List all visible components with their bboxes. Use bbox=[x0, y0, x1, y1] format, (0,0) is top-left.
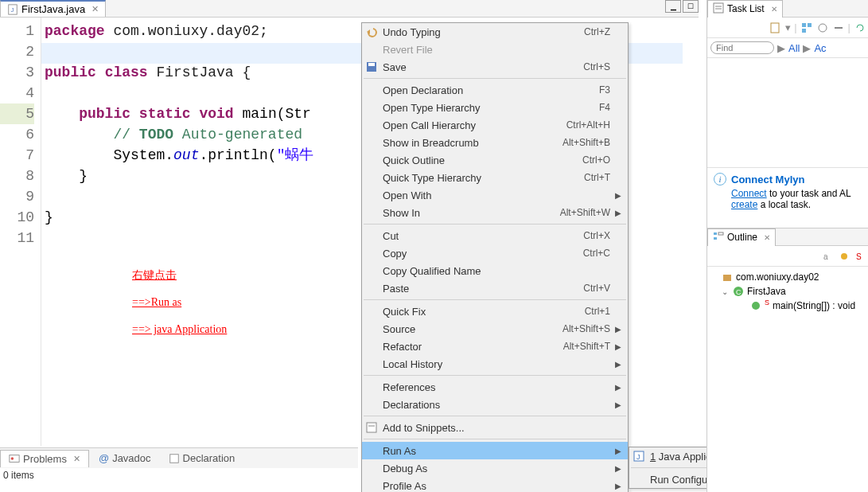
package-icon bbox=[722, 271, 733, 283]
tab-label: FirstJava.java bbox=[21, 3, 85, 15]
editor-window-controls: ▁ ☐ bbox=[665, 0, 699, 13]
menu-separator bbox=[364, 416, 626, 416]
svg-point-19 bbox=[819, 24, 827, 32]
menu-open-type-hierarchy[interactable]: Open Type HierarchyF4 bbox=[362, 99, 628, 116]
menu-paste[interactable]: PasteCtrl+V bbox=[362, 279, 628, 297]
tab-firstjava[interactable]: J FirstJava.java ✕ bbox=[0, 0, 106, 17]
chevron-right-icon: ▶ bbox=[615, 325, 623, 334]
tab-javadoc[interactable]: @ Javadoc bbox=[91, 450, 159, 467]
menu-debug-as[interactable]: Debug As▶ bbox=[362, 459, 628, 477]
svg-point-3 bbox=[11, 457, 14, 460]
chevron-right-icon: ▶ bbox=[615, 342, 623, 351]
menu-quick-type-hierarchy[interactable]: Quick Type HierarchyCtrl+T bbox=[362, 169, 628, 186]
outline-tree: com.woniuxy.day02 ⌄ C FirstJava S main(S… bbox=[707, 267, 868, 316]
svg-text:J: J bbox=[636, 453, 640, 461]
menu-separator bbox=[364, 78, 626, 79]
menu-declarations[interactable]: Declarations▶ bbox=[362, 396, 628, 413]
menu-copy-qualified-name[interactable]: Copy Qualified Name bbox=[362, 262, 628, 279]
tab-problems[interactable]: Problems ✕ bbox=[0, 450, 89, 467]
minimize-button[interactable]: ▁ bbox=[665, 0, 681, 13]
menu-run-as[interactable]: Run As▶ bbox=[362, 442, 628, 459]
sort-icon[interactable]: a bbox=[822, 250, 835, 263]
find-input[interactable] bbox=[710, 41, 774, 54]
svg-text:J: J bbox=[10, 6, 14, 13]
menu-add-to-snippets-[interactable]: Add to Snippets... bbox=[362, 419, 628, 436]
menu-cut[interactable]: CutCtrl+X bbox=[362, 227, 628, 244]
menu-save[interactable]: SaveCtrl+S bbox=[362, 58, 628, 76]
context-menu: Undo TypingCtrl+ZRevert FileSaveCtrl+SOp… bbox=[361, 22, 629, 492]
menu-open-with[interactable]: Open With▶ bbox=[362, 186, 628, 204]
method-public-icon bbox=[750, 300, 761, 311]
undo-icon bbox=[365, 25, 378, 38]
menu-refactor[interactable]: RefactorAlt+Shift+T▶ bbox=[362, 338, 628, 355]
collapse-icon[interactable] bbox=[832, 21, 845, 34]
right-panel: Task List ✕ ▾ | | ▶ All ▶ Ac i Connect M… bbox=[706, 0, 868, 492]
svg-rect-21 bbox=[714, 232, 717, 235]
outline-icon bbox=[713, 231, 724, 244]
svg-rect-22 bbox=[718, 232, 723, 235]
maximize-button[interactable]: ☐ bbox=[683, 0, 699, 13]
menu-separator bbox=[364, 375, 626, 376]
focus-icon[interactable] bbox=[816, 21, 829, 34]
tree-class[interactable]: ⌄ C FirstJava bbox=[712, 284, 863, 299]
close-icon[interactable]: ✕ bbox=[91, 4, 99, 14]
menu-show-in-breadcrumb[interactable]: Show in BreadcrumbAlt+Shift+B bbox=[362, 134, 628, 151]
link-activate[interactable]: Ac bbox=[814, 42, 826, 54]
svg-rect-27 bbox=[723, 275, 731, 281]
link-connect[interactable]: Connect bbox=[731, 188, 767, 199]
svg-rect-15 bbox=[771, 23, 779, 33]
hide-static-icon[interactable]: S bbox=[854, 250, 866, 263]
menu-show-in[interactable]: Show InAlt+Shift+W▶ bbox=[362, 204, 628, 221]
sync-icon[interactable] bbox=[854, 21, 866, 34]
menu-separator bbox=[364, 439, 626, 439]
close-icon[interactable]: ✕ bbox=[73, 454, 80, 464]
close-icon[interactable]: ✕ bbox=[764, 233, 770, 242]
menu-local-history[interactable]: Local History▶ bbox=[362, 355, 628, 373]
mylyn-connect-panel: i Connect Mylyn Connect to your task and… bbox=[707, 167, 868, 215]
chevron-right-icon: ▶ bbox=[615, 400, 623, 409]
menu-open-declaration[interactable]: Open DeclarationF3 bbox=[362, 81, 628, 99]
menu-quick-outline[interactable]: Quick OutlineCtrl+O bbox=[362, 151, 628, 169]
tab-task-list[interactable]: Task List ✕ bbox=[707, 0, 783, 18]
menu-source[interactable]: SourceAlt+Shift+S▶ bbox=[362, 320, 628, 338]
svg-rect-23 bbox=[714, 237, 717, 240]
declaration-icon bbox=[169, 453, 180, 464]
tree-package[interactable]: com.woniuxy.day02 bbox=[712, 270, 863, 284]
svg-rect-7 bbox=[368, 63, 375, 66]
svg-text:S: S bbox=[856, 252, 862, 261]
menu-separator bbox=[364, 224, 626, 225]
tasklist-search-row: ▶ All ▶ Ac bbox=[707, 38, 868, 58]
snippet-icon bbox=[365, 421, 378, 434]
svg-rect-18 bbox=[802, 29, 806, 33]
menu-references[interactable]: References▶ bbox=[362, 378, 628, 396]
code-content[interactable]: package com.woniuxy.day02; public class … bbox=[41, 18, 313, 446]
menu-profile-as[interactable]: Profile As▶ bbox=[362, 477, 628, 492]
menu-quick-fix[interactable]: Quick FixCtrl+1 bbox=[362, 303, 628, 320]
tasklist-toolbar: ▾ | | bbox=[707, 18, 868, 38]
tab-declaration[interactable]: Declaration bbox=[161, 450, 243, 467]
tasklist-tab-bar: Task List ✕ bbox=[707, 0, 868, 18]
menu-undo-typing[interactable]: Undo TypingCtrl+Z bbox=[362, 23, 628, 41]
svg-point-25 bbox=[841, 253, 847, 260]
categorize-icon[interactable] bbox=[800, 21, 813, 34]
close-icon[interactable]: ✕ bbox=[771, 5, 777, 14]
tab-outline[interactable]: Outline ✕ bbox=[707, 228, 776, 246]
menu-copy[interactable]: CopyCtrl+C bbox=[362, 244, 628, 262]
chevron-down-icon[interactable]: ⌄ bbox=[722, 287, 730, 296]
svg-rect-4 bbox=[169, 454, 178, 463]
menu-open-call-hierarchy[interactable]: Open Call HierarchyCtrl+Alt+H bbox=[362, 116, 628, 134]
chevron-right-icon: ▶ bbox=[615, 447, 623, 455]
java-file-icon: J bbox=[7, 4, 18, 15]
line-number-gutter: 1 2 3 4 5 6 7 8 9 10 11 bbox=[0, 18, 41, 446]
link-create[interactable]: create bbox=[731, 199, 757, 210]
link-all[interactable]: All bbox=[788, 42, 800, 54]
chevron-right-icon: ▶ bbox=[615, 209, 623, 217]
chevron-right-icon: ▶ bbox=[615, 464, 623, 473]
chevron-right-icon: ▶ bbox=[615, 191, 623, 200]
hide-fields-icon[interactable] bbox=[838, 250, 850, 263]
tasklist-icon bbox=[713, 2, 724, 16]
new-task-icon[interactable] bbox=[769, 21, 782, 34]
problems-count: 0 items bbox=[3, 470, 34, 481]
tree-method-main[interactable]: S main(String[]) : void bbox=[712, 299, 863, 313]
svg-rect-8 bbox=[367, 423, 376, 432]
